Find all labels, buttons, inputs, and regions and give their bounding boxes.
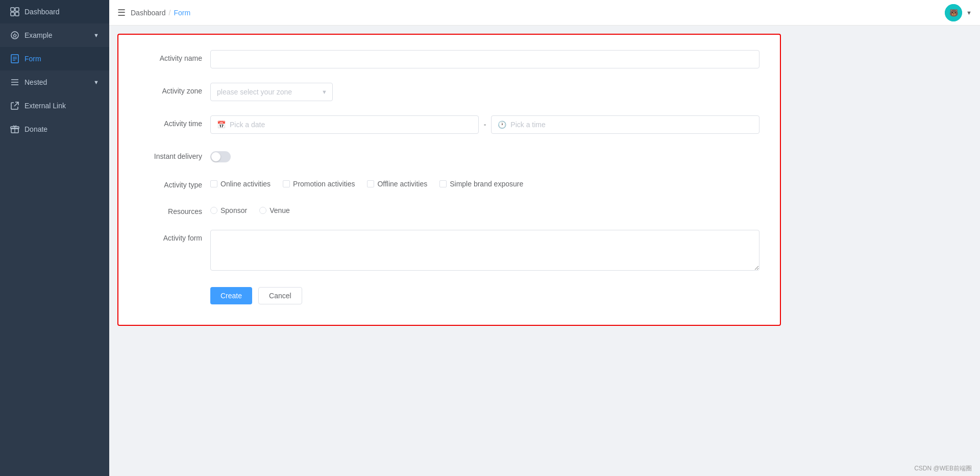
zone-placeholder: please select your zone — [217, 88, 292, 96]
date-placeholder: Pick a date — [230, 121, 265, 129]
sidebar-item-donate[interactable]: Donate — [0, 117, 109, 141]
sidebar-item-nested[interactable]: Nested ▼ — [0, 70, 109, 94]
checkbox-box-online — [210, 180, 217, 187]
activity-time-label: Activity time — [139, 115, 210, 128]
instant-delivery-label: Instant delivery — [139, 148, 210, 160]
sidebar-item-label: Form — [24, 55, 99, 63]
sidebar-item-external-link[interactable]: External Link — [0, 94, 109, 117]
breadcrumb: Dashboard / Form — [131, 9, 190, 17]
svg-text:🐻: 🐻 — [949, 9, 959, 17]
checkbox-box-promotion — [283, 180, 290, 187]
activity-time-row: Activity time 📅 Pick a date - 🕐 Pick a t… — [139, 115, 760, 134]
activity-type-label: Activity type — [139, 177, 210, 189]
time-placeholder: Pick a time — [510, 121, 545, 129]
checkbox-brand[interactable]: Simple brand exposure — [439, 180, 523, 188]
picker-row: 📅 Pick a date - 🕐 Pick a time — [210, 115, 760, 134]
sidebar-item-form[interactable]: Form — [0, 47, 109, 70]
calendar-icon: 📅 — [217, 121, 226, 129]
resources-row: Resources Sponsor Venue — [139, 203, 760, 216]
activity-form-row: Activity form — [139, 230, 760, 273]
checkbox-offline[interactable]: Offline activities — [367, 180, 427, 188]
activity-name-input[interactable] — [210, 50, 760, 68]
create-button[interactable]: Create — [210, 287, 252, 304]
radio-venue-label: Venue — [270, 206, 290, 215]
page-body: Activity name Activity zone please selec… — [109, 26, 980, 461]
breadcrumb-separator: / — [169, 9, 171, 17]
instant-delivery-toggle[interactable] — [210, 151, 231, 162]
activity-zone-label: Activity zone — [139, 83, 210, 95]
activity-zone-select[interactable]: please select your zone ▼ — [210, 83, 333, 101]
time-picker[interactable]: 🕐 Pick a time — [491, 115, 760, 134]
chevron-down-icon: ▼ — [93, 32, 99, 38]
checkbox-promotion[interactable]: Promotion activities — [283, 180, 355, 188]
resources-label: Resources — [139, 203, 210, 216]
sidebar-item-label: Donate — [24, 125, 99, 133]
sidebar-item-example[interactable]: Example ▼ — [0, 23, 109, 47]
checkbox-box-brand — [439, 180, 447, 187]
breadcrumb-parent[interactable]: Dashboard — [131, 9, 166, 17]
dropdown-arrow-icon[interactable]: ▼ — [966, 10, 972, 16]
svg-rect-1 — [15, 8, 19, 11]
checkbox-promotion-label: Promotion activities — [293, 180, 355, 188]
sidebar-item-label: External Link — [24, 102, 99, 110]
checkbox-box-offline — [367, 180, 374, 187]
radio-sponsor[interactable]: Sponsor — [210, 206, 247, 215]
button-row: Create Cancel — [139, 287, 760, 304]
picker-dash: - — [484, 121, 486, 129]
sidebar-item-label: Example — [24, 31, 88, 39]
date-picker[interactable]: 📅 Pick a date — [210, 115, 479, 134]
avatar[interactable]: 🐻 — [945, 4, 962, 21]
grid-icon — [10, 7, 19, 16]
svg-rect-3 — [15, 12, 19, 16]
checkbox-brand-label: Simple brand exposure — [450, 180, 523, 188]
svg-rect-0 — [11, 8, 14, 11]
radio-circle-sponsor — [210, 207, 217, 214]
sidebar: Dashboard Example ▼ Form — [0, 0, 109, 476]
instant-delivery-row: Instant delivery — [139, 148, 760, 162]
radio-venue[interactable]: Venue — [259, 206, 290, 215]
svg-line-12 — [14, 102, 18, 106]
activity-type-checkbox-group: Online activities Promotion activities O… — [210, 177, 760, 188]
activity-form-label: Activity form — [139, 230, 210, 242]
hamburger-icon[interactable]: ☰ — [117, 7, 126, 18]
breadcrumb-current: Form — [174, 9, 190, 17]
radio-sponsor-label: Sponsor — [220, 206, 247, 215]
gift-icon — [10, 125, 19, 134]
topbar: ☰ Dashboard / Form 🐻 ▼ — [109, 0, 980, 26]
chevron-down-icon: ▼ — [322, 89, 327, 95]
star-icon — [10, 31, 19, 40]
sidebar-item-label: Nested — [24, 78, 88, 86]
clock-icon: 🕐 — [498, 121, 506, 129]
form-card: Activity name Activity zone please selec… — [117, 34, 781, 326]
footer-watermark: CSDN @WEB前端圈 — [109, 461, 980, 476]
doc-icon — [10, 54, 19, 63]
svg-rect-2 — [11, 12, 14, 16]
activity-type-row: Activity type Online activities Promotio… — [139, 177, 760, 189]
list-icon — [10, 78, 19, 87]
sidebar-item-dashboard[interactable]: Dashboard — [0, 0, 109, 23]
resources-radio-group: Sponsor Venue — [210, 203, 760, 215]
cancel-button[interactable]: Cancel — [258, 287, 302, 304]
activity-zone-row: Activity zone please select your zone ▼ — [139, 83, 760, 101]
chevron-down-icon: ▼ — [93, 79, 99, 85]
checkbox-online-label: Online activities — [220, 180, 271, 188]
activity-form-textarea[interactable] — [210, 230, 760, 271]
sidebar-item-label: Dashboard — [24, 8, 99, 16]
activity-name-row: Activity name — [139, 50, 760, 68]
checkbox-offline-label: Offline activities — [377, 180, 427, 188]
external-link-icon — [10, 101, 19, 110]
toggle-thumb — [211, 152, 220, 161]
checkbox-online[interactable]: Online activities — [210, 180, 271, 188]
activity-name-label: Activity name — [139, 50, 210, 62]
radio-circle-venue — [259, 207, 266, 214]
